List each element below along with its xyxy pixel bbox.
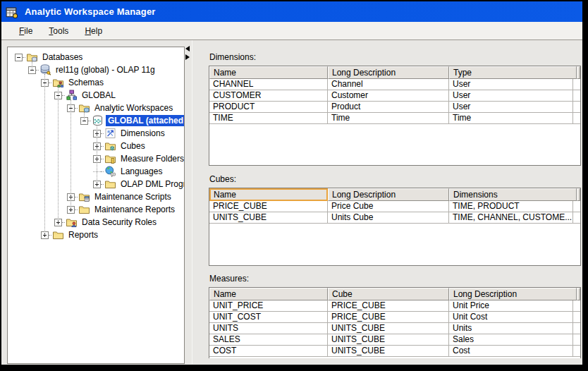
tree-item-languages[interactable]: Languages [8,165,184,178]
table-header-row: NameLong DescriptionDimensions [209,188,580,201]
tree-connector [101,159,104,159]
tree: Databasesrel11g (global) - OLAP 11gSchem… [8,47,184,241]
app-icon [6,6,18,18]
table-cell: Sales [449,334,573,345]
table-row[interactable]: SALESUNITS_CUBESales [209,334,580,346]
table-cell: TIME, CHANNEL, CUSTOME... [449,212,573,223]
cubes-section: Cubes: NameLong DescriptionDimensionsPRI… [209,166,581,266]
measures-table: NameCubeLong DescriptionUNIT_PRICEPRICE_… [209,287,581,358]
table-row[interactable]: UNITS_CUBEUnits CubeTIME, CHANNEL, CUSTO… [209,212,580,224]
table-cell: SALES [209,334,328,345]
table-row[interactable]: PRODUCTProductUser [209,102,580,113]
tree-item-rel11g-global-olap-11g[interactable]: rel11g (global) - OLAP 11g [8,63,184,76]
tree-connector [75,197,78,197]
column-header-name[interactable]: Name [209,66,328,79]
column-header-long-description[interactable]: Long Description [328,66,449,79]
table-cell: PRICE_CUBE [328,300,449,311]
tree-item-databases[interactable]: Databases [8,51,184,63]
menu-bar: File Tools Help [1,22,582,40]
table-cell: Channel [328,79,449,90]
column-header-dimensions[interactable]: Dimensions [449,188,577,201]
table-row[interactable]: CUSTOMERCustomerUser [209,90,580,102]
analytic-workspace-manager-window: Analytic Workspace Manager File Tools He… [0,0,588,371]
tree-item-label: Analytic Workspaces [92,102,175,114]
dimensions-icon [104,128,116,139]
row-spacer [573,346,580,356]
tree-item-maintenance-scripts[interactable]: Maintenance Scripts [8,190,184,203]
tree-connector [23,57,25,58]
table-row[interactable]: UNIT_PRICEPRICE_CUBEUnit Price [209,300,580,312]
tree-item-global-attached-rw[interactable]: GLOBAL (attached RW) [8,114,184,127]
row-spacer [573,300,580,311]
tree-item-label: Cubes [118,140,147,152]
folder-script-icon [78,191,90,202]
tree-item-data-security-roles[interactable]: Data Security Roles [8,216,184,229]
tree-item-label: Databases [40,51,85,63]
tree-item-dimensions[interactable]: Dimensions [8,127,184,140]
table-cell: Cost [449,346,573,356]
row-spacer [573,102,580,112]
collapse-right-icon[interactable] [185,54,190,60]
splitter[interactable] [185,46,191,63]
table-cell: UNIT_PRICE [209,300,328,311]
menu-help[interactable]: Help [82,25,104,37]
tree-guide-line [71,99,71,209]
column-header-long-description[interactable]: Long Description [449,288,577,300]
column-header-cube[interactable]: Cube [328,288,449,300]
folder-cube-icon [104,140,116,152]
tree-item-maintenance-reports[interactable]: Maintenance Reports [8,203,184,216]
collapse-icon[interactable] [15,54,23,61]
table-cell: User [449,90,573,101]
tree-item-label: Schemas [66,77,106,88]
navigation-tree-panel: Databasesrel11g (global) - OLAP 11gSchem… [7,47,185,364]
table-cell: Units [449,323,573,334]
tree-connector [62,95,65,96]
table-cell: Time [449,113,573,123]
tree-connector [49,83,51,83]
folder-icon [104,178,116,190]
table-row[interactable]: UNIT_COSTPRICE_CUBEUnit Cost [209,312,580,323]
column-header-name[interactable]: Name [209,188,328,201]
table-row[interactable]: UNITSUNITS_CUBEUnits [209,323,580,334]
table-cell: Unit Cost [449,312,573,322]
table-cell: COST [209,346,328,356]
column-header-long-description[interactable]: Long Description [328,188,449,201]
menu-tools[interactable]: Tools [47,25,71,37]
dimensions-section: Dimensions: NameLong DescriptionTypeCHAN… [209,40,581,166]
folder-icon [52,229,64,241]
row-spacer [573,90,580,101]
table-row[interactable]: TIMETimeTime [209,113,580,124]
tree-item-label: Languages [118,166,164,177]
column-header-name[interactable]: Name [209,288,328,300]
dimensions-table: NameLong DescriptionTypeCHANNELChannelUs… [209,66,581,166]
table-cell: TIME, PRODUCT [449,201,573,212]
menu-file[interactable]: File [17,25,35,37]
collapse-left-icon[interactable] [185,46,190,51]
tree-item-analytic-workspaces[interactable]: Analytic Workspaces [8,102,184,114]
table-cell: PRICE_CUBE [209,201,328,212]
tree-item-olap-dml-programs[interactable]: OLAP DML Programs [8,178,184,190]
workspace-attached-icon [92,115,104,126]
table-row[interactable]: CHANNELChannelUser [209,79,580,90]
tree-guide-line [84,112,85,121]
table-cell: UNITS [209,323,328,334]
tree-guide-line [58,87,59,222]
tree-item-cubes[interactable]: Cubes [8,140,184,152]
row-spacer [573,113,580,123]
title-bar[interactable]: Analytic Workspace Manager [1,1,582,22]
column-header-type[interactable]: Type [449,66,577,79]
table-cell: Units Cube [328,212,449,223]
schema-icon [66,90,78,101]
table-cell: CUSTOMER [209,90,328,101]
tree-item-measure-folders[interactable]: Measure Folders [8,152,184,165]
tree-item-global[interactable]: GLOBAL [8,89,184,102]
table-cell: PRICE_CUBE [328,312,449,322]
table-cell: TIME [209,113,328,123]
tree-item-label: Maintenance Reports [92,204,177,215]
tree-connector [75,209,78,210]
tree-item-schemas[interactable]: Schemas [8,76,184,89]
measures-section: Measures: NameCubeLong DescriptionUNIT_P… [209,266,581,358]
tree-item-reports[interactable]: Reports [8,229,184,241]
table-row[interactable]: PRICE_CUBEPrice CubeTIME, PRODUCT [209,201,580,212]
table-row[interactable]: COSTUNITS_CUBECost [209,346,580,357]
